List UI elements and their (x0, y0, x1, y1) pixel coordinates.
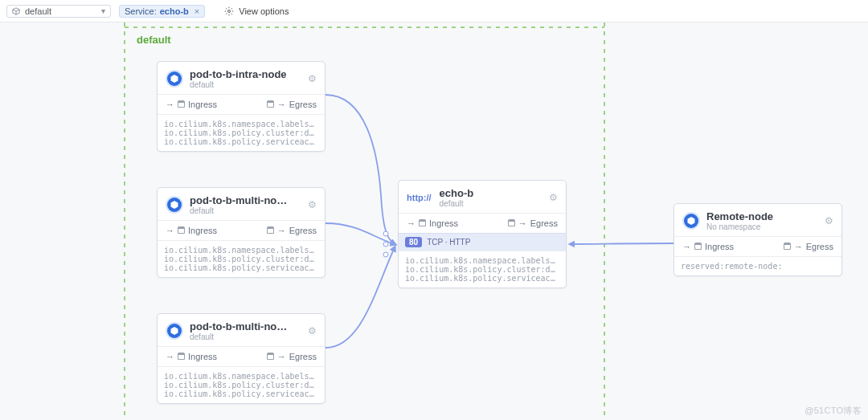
labels-block: io.cilium.k8s.namespace.labels.f… io.cil… (399, 251, 566, 287)
view-options-button[interactable]: View options (224, 6, 289, 16)
node-pod-to-b-multi-2[interactable]: pod-to-b-multi-no… default ⚙ → Ingress →… (157, 313, 326, 404)
node-header: http:// echo-b default ⚙ (399, 181, 566, 213)
label-line: io.cilium.k8s.namespace.labels.f… (164, 246, 318, 255)
gear-icon[interactable]: ⚙ (549, 192, 558, 203)
gear-icon (224, 6, 234, 16)
watermark: @51CTO博客 (805, 405, 862, 417)
svg-point-5 (383, 242, 388, 247)
label-line: io.cilium.k8s.policy.serviceacco… (164, 263, 318, 272)
node-pod-to-b-intra-node[interactable]: pod-to-b-intra-node default ⚙ → Ingress … (157, 61, 326, 152)
egress-indicator: → Egress (267, 352, 317, 361)
lock-open-icon (419, 219, 426, 226)
node-header: pod-to-b-multi-no… default ⚙ (158, 188, 325, 220)
label-line: reserved:remote-node: (681, 262, 835, 271)
labels-block: reserved:remote-node: (674, 256, 841, 275)
lock-open-icon (267, 226, 274, 234)
egress-indicator: → Egress (784, 242, 833, 251)
port-protocol-row[interactable]: 80 TCP · HTTP (399, 233, 566, 251)
lock-open-icon (178, 353, 185, 360)
http-icon: http:// (407, 193, 432, 202)
chevron-down-icon: ▾ (101, 6, 105, 15)
lock-open-icon (267, 100, 274, 108)
labels-block: io.cilium.k8s.namespace.labels.f… io.cil… (158, 114, 325, 151)
svg-point-0 (228, 10, 231, 12)
labels-block: io.cilium.k8s.namespace.labels.f… io.cil… (158, 240, 325, 277)
ingress-indicator: → Ingress (166, 226, 217, 235)
label-line: io.cilium.k8s.policy.cluster:def… (164, 381, 318, 389)
node-pod-to-b-multi-1[interactable]: pod-to-b-multi-no… default ⚙ → Ingress →… (157, 187, 326, 278)
close-icon[interactable]: × (194, 6, 199, 16)
label-line: io.cilium.k8s.namespace.labels.f… (164, 120, 318, 128)
gear-icon[interactable]: ⚙ (308, 73, 317, 84)
egress-indicator: → Egress (508, 218, 558, 228)
egress-indicator: → Egress (267, 226, 317, 235)
node-title: Remote-node (706, 210, 773, 222)
filter-chip-value: echo-b (160, 6, 189, 16)
protocol-label: TCP · HTTP (427, 238, 470, 247)
ingress-indicator: → Ingress (682, 242, 734, 251)
svg-marker-7 (171, 75, 178, 83)
node-title: pod-to-b-multi-no… (190, 320, 287, 332)
gear-icon[interactable]: ⚙ (825, 215, 833, 226)
zone-label: default (137, 34, 171, 46)
node-subtitle: default (190, 206, 287, 215)
label-line: io.cilium.k8s.policy.serviceacco… (164, 389, 318, 398)
node-remote[interactable]: Remote-node No namespace ⚙ → Ingress → E… (674, 203, 842, 276)
cube-icon (12, 7, 20, 15)
label-line: io.cilium.k8s.policy.cluster:def… (164, 255, 318, 263)
node-title: pod-to-b-multi-no… (190, 194, 287, 206)
view-options-label: View options (239, 6, 289, 16)
ingress-indicator: → Ingress (166, 100, 217, 109)
port-badge: 80 (405, 237, 422, 247)
svg-marker-10 (688, 217, 695, 225)
filter-chip-service[interactable]: Service: echo-b × (119, 5, 205, 18)
label-line: io.cilium.k8s.namespace.labels.f… (405, 256, 559, 265)
label-line: io.cilium.k8s.policy.cluster:def… (164, 128, 318, 137)
label-line: io.cilium.k8s.policy.cluster:def… (405, 265, 559, 274)
node-subtitle: default (190, 80, 287, 89)
node-title: echo-b (440, 187, 474, 199)
lock-open-icon (694, 243, 702, 250)
kubernetes-icon (166, 322, 183, 340)
lock-open-icon (178, 100, 185, 108)
node-header: Remote-node No namespace ⚙ (674, 204, 841, 236)
node-title: pod-to-b-intra-node (190, 68, 287, 80)
topology-canvas[interactable]: default pod-to-b-intra-node default ⚙ → … (0, 22, 868, 420)
svg-marker-9 (171, 327, 178, 335)
label-line: io.cilium.k8s.policy.serviceacco… (405, 274, 559, 283)
filter-chip-prefix: Service: (125, 6, 157, 16)
toolbar: default ▾ Service: echo-b × View options (0, 0, 868, 22)
node-subtitle: default (190, 332, 287, 341)
lock-open-icon (784, 243, 791, 250)
node-subtitle: No namespace (706, 222, 773, 231)
kubernetes-icon (166, 70, 183, 88)
svg-point-6 (383, 252, 388, 257)
node-header: pod-to-b-intra-node default ⚙ (158, 62, 325, 94)
label-line: io.cilium.k8s.namespace.labels.f… (164, 372, 318, 381)
ingress-indicator: → Ingress (407, 218, 458, 228)
node-subtitle: default (440, 199, 474, 208)
lock-open-icon (178, 226, 185, 234)
svg-marker-8 (171, 201, 178, 209)
gear-icon[interactable]: ⚙ (308, 325, 317, 336)
egress-indicator: → Egress (267, 100, 317, 109)
lock-open-icon (508, 219, 515, 226)
ingress-indicator: → Ingress (166, 352, 217, 361)
lock-open-icon (267, 353, 274, 360)
kubernetes-icon (166, 196, 183, 214)
namespace-value: default (25, 6, 51, 16)
label-line: io.cilium.k8s.policy.serviceacco… (164, 137, 318, 146)
node-header: pod-to-b-multi-no… default ⚙ (158, 314, 325, 346)
svg-point-4 (383, 231, 388, 236)
namespace-dropdown[interactable]: default ▾ (6, 5, 111, 18)
node-echo-b[interactable]: http:// echo-b default ⚙ → Ingress → Egr… (398, 180, 567, 288)
labels-block: io.cilium.k8s.namespace.labels.f… io.cil… (158, 366, 325, 403)
gear-icon[interactable]: ⚙ (308, 199, 317, 210)
kubernetes-icon (682, 212, 700, 230)
